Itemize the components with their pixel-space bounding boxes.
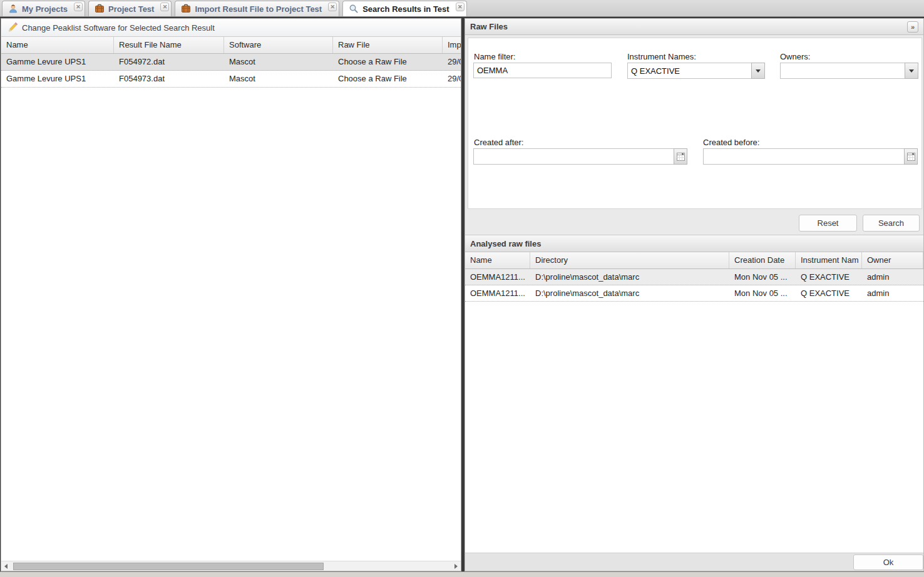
column-header-owner[interactable]: Owner: [862, 252, 923, 268]
raw-files-header: Raw Files »: [465, 19, 923, 35]
column-header-result-file-name[interactable]: Result File Name: [114, 37, 224, 53]
cell-instrument: Q EXACTIVE: [796, 269, 862, 285]
briefcase-icon: [95, 4, 105, 14]
instrument-names-input[interactable]: [627, 63, 751, 79]
cell-owner: admin: [862, 285, 923, 301]
cell-owner: admin: [862, 269, 923, 285]
analysed-raw-files-title: Analysed raw files: [465, 235, 923, 252]
column-header-raw-file[interactable]: Raw File: [333, 37, 443, 53]
tab-label: My Projects: [22, 4, 68, 14]
tab-project-test[interactable]: Project Test ✕: [88, 1, 172, 16]
tab-label: Project Test: [108, 4, 154, 14]
pencil-icon: [8, 22, 18, 34]
table-row[interactable]: OEMMA1211... D:\proline\mascot_data\marc…: [465, 269, 923, 285]
cell-software: Mascot: [224, 54, 333, 70]
cell-import-date: 29/0: [443, 71, 461, 87]
tab-search-results[interactable]: Search Results in Test ✕: [342, 1, 466, 16]
calendar-icon[interactable]: [904, 148, 918, 165]
column-header-creation-date[interactable]: Creation Date: [729, 252, 796, 268]
name-filter-input[interactable]: [473, 63, 612, 78]
analysed-grid-header: Name Directory Creation Date Instrument …: [465, 252, 923, 269]
results-grid-header: Name Result File Name Software Raw File …: [1, 37, 461, 54]
scroll-left-icon[interactable]: [4, 564, 8, 569]
analysed-raw-files-section: Analysed raw files Name Directory Creati…: [465, 235, 923, 553]
left-toolbar: Change Peaklist Software for Selected Se…: [1, 19, 461, 37]
table-row[interactable]: Gamme Levure UPS1 F054973.dat Mascot Cho…: [1, 71, 461, 88]
calendar-icon[interactable]: [674, 148, 687, 165]
search-results-panel: Change Peaklist Software for Selected Se…: [1, 18, 461, 571]
created-before-label: Created before:: [703, 138, 759, 147]
search-icon: [349, 4, 359, 14]
instrument-names-combobox[interactable]: [627, 63, 765, 79]
table-row[interactable]: Gamme Levure UPS1 F054972.dat Mascot Cho…: [1, 54, 461, 71]
reset-button[interactable]: Reset: [799, 215, 857, 232]
application-window: My Projects ✕ Project Test ✕ Import Resu…: [0, 0, 924, 577]
cell-name: OEMMA1211...: [465, 285, 530, 301]
user-icon: [8, 4, 18, 14]
column-header-instrument-name[interactable]: Instrument Nam: [796, 252, 862, 268]
cell-result-file: F054973.dat: [114, 71, 224, 87]
close-icon[interactable]: ✕: [160, 3, 169, 11]
collapse-panel-icon[interactable]: »: [907, 21, 918, 33]
column-header-name[interactable]: Name: [1, 37, 114, 53]
cell-instrument: Q EXACTIVE: [796, 285, 862, 301]
chevron-down-icon[interactable]: [905, 63, 918, 79]
close-icon[interactable]: ✕: [74, 3, 83, 11]
created-after-datefield[interactable]: [473, 148, 687, 165]
briefcase-icon: [181, 4, 191, 14]
panel-title: Raw Files: [470, 22, 508, 31]
column-header-import-date[interactable]: Impo: [443, 37, 461, 53]
name-filter-label: Name filter:: [474, 52, 515, 61]
tab-import-result-file[interactable]: Import Result File to Project Test ✕: [175, 1, 339, 16]
cell-directory: D:\proline\mascot_data\marc: [530, 269, 729, 285]
ok-button[interactable]: Ok: [853, 554, 923, 570]
raw-files-filter-form: Name filter: Instrument Names: Owners: C…: [468, 38, 922, 209]
created-after-label: Created after:: [474, 138, 524, 147]
owners-label: Owners:: [780, 52, 810, 61]
search-button[interactable]: Search: [863, 215, 920, 232]
section-title: Analysed raw files: [470, 239, 541, 248]
cell-raw-file[interactable]: Choose a Raw File: [333, 54, 443, 70]
column-header-directory[interactable]: Directory: [530, 252, 729, 268]
cell-creation-date: Mon Nov 05 ...: [729, 269, 796, 285]
status-bar: [0, 571, 924, 577]
horizontal-scrollbar[interactable]: [1, 561, 461, 571]
raw-files-panel: Raw Files » Name filter: Instrument Name…: [465, 18, 924, 571]
instrument-names-label: Instrument Names:: [627, 52, 696, 61]
column-header-name[interactable]: Name: [465, 252, 530, 268]
panel-footer: Ok: [465, 553, 923, 571]
table-row[interactable]: OEMMA1211... D:\proline\mascot_data\marc…: [465, 285, 923, 302]
cell-name: Gamme Levure UPS1: [1, 54, 114, 70]
change-peaklist-software-label: Change Peaklist Software for Selected Se…: [22, 23, 215, 33]
scrollbar-thumb[interactable]: [13, 563, 324, 570]
cell-software: Mascot: [224, 71, 333, 87]
cell-result-file: F054972.dat: [114, 54, 224, 70]
created-before-datefield[interactable]: [703, 148, 918, 165]
cell-name: Gamme Levure UPS1: [1, 71, 114, 87]
tab-bar: My Projects ✕ Project Test ✕ Import Resu…: [0, 0, 924, 17]
cell-name: OEMMA1211...: [465, 269, 530, 285]
cell-raw-file[interactable]: Choose a Raw File: [333, 71, 443, 87]
owners-input[interactable]: [780, 63, 905, 79]
tab-label: Import Result File to Project Test: [195, 4, 322, 14]
owners-combobox[interactable]: [780, 63, 918, 79]
close-icon[interactable]: ✕: [456, 3, 465, 11]
cell-creation-date: Mon Nov 05 ...: [729, 285, 796, 301]
scroll-right-icon[interactable]: [454, 564, 458, 569]
tab-my-projects[interactable]: My Projects ✕: [2, 1, 85, 16]
column-header-software[interactable]: Software: [224, 37, 333, 53]
cell-directory: D:\proline\mascot_data\marc: [530, 285, 729, 301]
chevron-down-icon[interactable]: [751, 63, 765, 79]
cell-import-date: 29/0: [443, 54, 461, 70]
tab-label: Search Results in Test: [362, 4, 449, 14]
created-after-input[interactable]: [473, 148, 674, 165]
created-before-input[interactable]: [703, 148, 904, 165]
close-icon[interactable]: ✕: [328, 3, 337, 11]
change-peaklist-software-button[interactable]: Change Peaklist Software for Selected Se…: [4, 21, 218, 35]
